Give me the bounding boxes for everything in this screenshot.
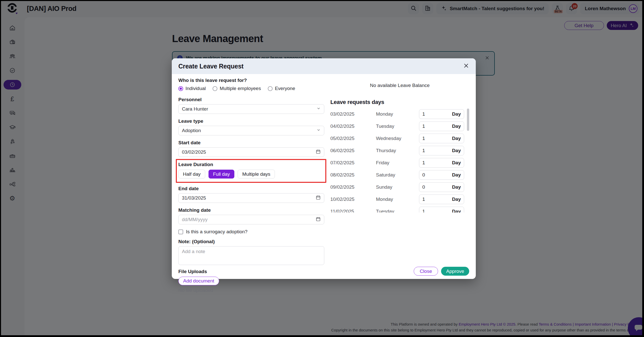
leave-day-amount-input[interactable]: 1 Day	[419, 121, 464, 131]
leave-day-value: 1	[422, 123, 425, 129]
leave-day-unit: Day	[452, 160, 461, 166]
radio-icon[interactable]	[178, 86, 183, 91]
note-label: Note: (Optional)	[178, 239, 324, 244]
radio-option[interactable]: Everyone	[268, 86, 295, 91]
leave-day-value: 0	[422, 184, 425, 190]
leave-day-date: 04/02/2025	[330, 123, 376, 129]
who-for-radio-group: Individual Multiple employees Everyone	[178, 86, 324, 91]
radio-icon[interactable]	[213, 86, 217, 91]
leave-day-date: 11/02/2025	[330, 209, 376, 212]
end-date-label: End date	[178, 186, 324, 191]
matching-date-input[interactable]: dd/MM/yyyy	[178, 215, 324, 224]
leave-requests-days-title: Leave requests days	[330, 99, 469, 105]
leave-day-weekday: Tuesday	[376, 209, 419, 212]
leave-day-date: 09/02/2025	[330, 184, 376, 190]
leave-day-weekday: Saturday	[376, 172, 419, 178]
leave-day-unit: Day	[452, 172, 461, 178]
leave-day-weekday: Sunday	[376, 184, 419, 190]
leave-day-value: 1	[422, 197, 425, 202]
matching-date-placeholder: dd/MM/yyyy	[182, 217, 207, 222]
leave-day-unit: Day	[452, 136, 461, 141]
leave-day-value: 1	[422, 136, 425, 141]
leave-balance-text: No available Leave Balance	[330, 83, 469, 88]
leave-day-row: 07/02/2025 Friday 1 Day	[330, 157, 464, 169]
duration-option-button[interactable]: Half day	[178, 170, 205, 179]
leave-day-unit: Day	[452, 148, 461, 153]
leave-day-weekday: Monday	[376, 197, 419, 202]
leave-day-date: 08/02/2025	[330, 172, 376, 178]
leave-day-unit: Day	[452, 197, 461, 202]
leave-day-weekday: Friday	[376, 160, 419, 166]
create-leave-request-modal: Create Leave Request Who is this leave r…	[172, 58, 476, 279]
leave-day-value: 1	[422, 209, 425, 212]
leave-day-weekday: Thursday	[376, 148, 419, 153]
approve-button[interactable]: Approve	[441, 267, 469, 276]
close-icon[interactable]	[463, 63, 469, 70]
duration-option-label: Multiple days	[242, 171, 270, 177]
leave-day-row: 05/02/2025 Wednesday 1 Day	[330, 132, 464, 145]
leave-day-date: 10/02/2025	[330, 197, 376, 202]
leave-day-unit: Day	[452, 209, 461, 212]
add-document-button[interactable]: Add document	[178, 277, 219, 285]
end-date-value: 31/03/2025	[182, 195, 206, 201]
leave-day-value: 1	[422, 160, 425, 166]
leave-day-unit: Day	[452, 123, 461, 129]
leave-day-date: 05/02/2025	[330, 136, 376, 141]
leave-day-amount-input[interactable]: 1 Day	[419, 194, 464, 204]
leave-day-row: 03/02/2025 Monday 1 Day	[330, 108, 464, 120]
leave-day-amount-input[interactable]: 1 Day	[419, 158, 464, 168]
end-date-input[interactable]: 31/03/2025	[178, 193, 324, 203]
surrogacy-checkbox-row: Is this a surrogacy adoption?	[178, 229, 324, 235]
who-for-label: Who is this leave request for?	[178, 78, 324, 83]
calendar-icon	[316, 217, 321, 223]
note-textarea[interactable]: Add a note	[178, 246, 324, 265]
leave-type-value: Adoption	[182, 128, 201, 133]
radio-label: Individual	[185, 86, 206, 91]
leave-day-weekday: Monday	[376, 111, 419, 117]
chevron-down-icon	[316, 128, 321, 133]
leave-days-list: 03/02/2025 Monday 1 Day 04/02/2025 Tuesd…	[330, 108, 469, 212]
leave-type-select[interactable]: Adoption	[178, 126, 324, 135]
leave-day-date: 07/02/2025	[330, 160, 376, 166]
close-button[interactable]: Close	[414, 267, 438, 276]
radio-label: Everyone	[275, 86, 295, 91]
leave-day-row: 11/02/2025 Tuesday 1 Day	[330, 205, 464, 212]
scrollbar-thumb[interactable]	[467, 109, 469, 131]
leave-day-unit: Day	[452, 111, 461, 117]
radio-label: Multiple employees	[220, 86, 261, 91]
leave-day-amount-input[interactable]: 1 Day	[419, 134, 464, 143]
calendar-icon	[316, 195, 321, 201]
file-uploads-label: File Uploads	[178, 269, 324, 274]
leave-day-amount-input[interactable]: 1 Day	[419, 207, 464, 212]
personnel-select[interactable]: Cara Hunter	[178, 104, 324, 114]
matching-date-label: Matching date	[178, 207, 324, 213]
radio-option[interactable]: Multiple employees	[213, 86, 261, 91]
calendar-icon	[316, 149, 321, 155]
leave-day-date: 03/02/2025	[330, 111, 376, 117]
leave-day-unit: Day	[452, 184, 461, 190]
surrogacy-checkbox[interactable]	[178, 229, 183, 234]
personnel-label: Personnel	[178, 97, 324, 102]
leave-day-amount-input[interactable]: 1 Day	[419, 109, 464, 119]
days-scrollbar[interactable]	[467, 109, 469, 212]
leave-day-amount-input[interactable]: 0 Day	[419, 182, 464, 192]
start-date-label: Start date	[178, 140, 324, 146]
start-date-value: 03/02/2025	[182, 149, 206, 155]
personnel-value: Cara Hunter	[182, 106, 208, 112]
leave-duration-label: Leave Duration	[178, 162, 323, 167]
start-date-input[interactable]: 03/02/2025	[178, 147, 324, 157]
leave-duration-highlight: Leave Duration Half day Full day Multipl…	[176, 159, 326, 183]
leave-duration-button-group: Half day Full day Multiple days	[178, 170, 323, 179]
duration-option-button[interactable]: Multiple days	[238, 170, 275, 179]
leave-day-value: 0	[422, 172, 425, 178]
modal-header: Create Leave Request	[172, 58, 476, 74]
radio-icon[interactable]	[268, 86, 273, 91]
leave-day-amount-input[interactable]: 1 Day	[419, 146, 464, 155]
duration-option-button[interactable]: Full day	[209, 170, 235, 179]
modal-body: Who is this leave request for? Individua…	[172, 74, 476, 279]
leave-day-amount-input[interactable]: 0 Day	[419, 170, 464, 180]
leave-day-value: 1	[422, 148, 425, 153]
radio-option[interactable]: Individual	[178, 86, 206, 91]
leave-day-value: 1	[422, 111, 425, 117]
modal-title: Create Leave Request	[178, 63, 243, 70]
